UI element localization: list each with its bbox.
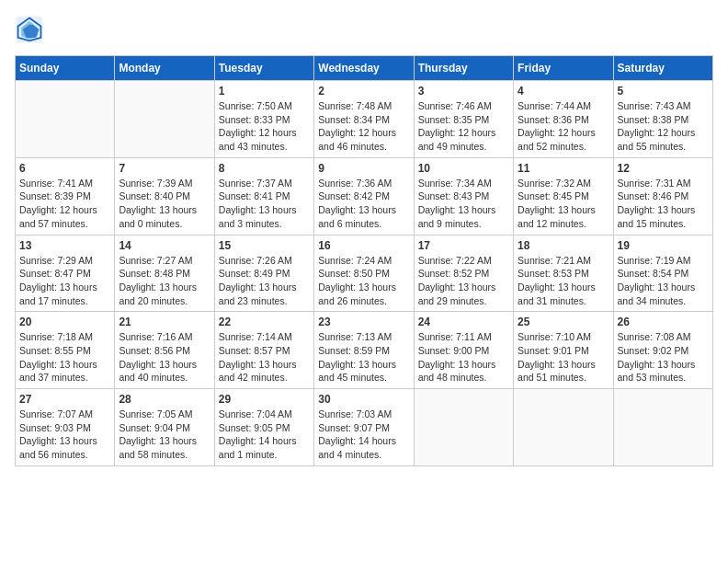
day-header-sunday: Sunday xyxy=(16,56,115,81)
day-number: 16 xyxy=(318,239,409,252)
calendar-cell: 13Sunrise: 7:29 AM Sunset: 8:47 PM Dayli… xyxy=(16,235,115,312)
calendar-cell: 23Sunrise: 7:13 AM Sunset: 8:59 PM Dayli… xyxy=(314,312,414,389)
calendar-cell: 24Sunrise: 7:11 AM Sunset: 9:00 PM Dayli… xyxy=(414,312,513,389)
calendar-week-row: 27Sunrise: 7:07 AM Sunset: 9:03 PM Dayli… xyxy=(16,389,713,466)
cell-content: Sunrise: 7:08 AM Sunset: 9:02 PM Dayligh… xyxy=(618,330,709,385)
day-header-friday: Friday xyxy=(514,56,613,81)
day-number: 23 xyxy=(318,316,409,328)
calendar-cell: 1Sunrise: 7:50 AM Sunset: 8:33 PM Daylig… xyxy=(214,81,313,158)
day-header-thursday: Thursday xyxy=(414,56,513,81)
calendar-cell: 30Sunrise: 7:03 AM Sunset: 9:07 PM Dayli… xyxy=(314,389,414,466)
day-number: 15 xyxy=(219,239,310,252)
calendar-header-row: SundayMondayTuesdayWednesdayThursdayFrid… xyxy=(16,56,713,81)
day-number: 10 xyxy=(418,162,509,175)
day-number: 26 xyxy=(618,316,709,328)
calendar-cell xyxy=(414,389,513,466)
day-number: 1 xyxy=(219,85,310,98)
day-header-wednesday: Wednesday xyxy=(314,56,414,81)
calendar-cell: 14Sunrise: 7:27 AM Sunset: 8:48 PM Dayli… xyxy=(115,235,214,312)
day-number: 9 xyxy=(318,162,409,175)
day-number: 12 xyxy=(618,162,709,175)
cell-content: Sunrise: 7:26 AM Sunset: 8:49 PM Dayligh… xyxy=(219,254,310,308)
cell-content: Sunrise: 7:39 AM Sunset: 8:40 PM Dayligh… xyxy=(119,177,210,231)
day-number: 19 xyxy=(618,239,709,252)
cell-content: Sunrise: 7:31 AM Sunset: 8:46 PM Dayligh… xyxy=(618,177,709,231)
cell-content: Sunrise: 7:03 AM Sunset: 9:07 PM Dayligh… xyxy=(318,408,409,462)
calendar-cell: 22Sunrise: 7:14 AM Sunset: 8:57 PM Dayli… xyxy=(214,312,313,389)
calendar-cell: 27Sunrise: 7:07 AM Sunset: 9:03 PM Dayli… xyxy=(16,389,115,466)
day-header-tuesday: Tuesday xyxy=(214,56,313,81)
day-number: 27 xyxy=(19,393,110,406)
cell-content: Sunrise: 7:44 AM Sunset: 8:36 PM Dayligh… xyxy=(518,99,609,154)
cell-content: Sunrise: 7:13 AM Sunset: 8:59 PM Dayligh… xyxy=(318,330,409,385)
calendar-cell: 28Sunrise: 7:05 AM Sunset: 9:04 PM Dayli… xyxy=(115,389,214,466)
calendar-cell xyxy=(514,389,613,466)
cell-content: Sunrise: 7:04 AM Sunset: 9:05 PM Dayligh… xyxy=(219,408,310,462)
calendar-cell: 19Sunrise: 7:19 AM Sunset: 8:54 PM Dayli… xyxy=(613,235,712,312)
calendar-cell: 7Sunrise: 7:39 AM Sunset: 8:40 PM Daylig… xyxy=(115,157,214,235)
day-number: 8 xyxy=(219,162,310,175)
day-number: 17 xyxy=(418,239,509,252)
calendar-week-row: 20Sunrise: 7:18 AM Sunset: 8:55 PM Dayli… xyxy=(16,312,713,389)
calendar-cell: 15Sunrise: 7:26 AM Sunset: 8:49 PM Dayli… xyxy=(214,235,313,312)
logo xyxy=(15,15,48,44)
cell-content: Sunrise: 7:34 AM Sunset: 8:43 PM Dayligh… xyxy=(418,177,509,231)
cell-content: Sunrise: 7:36 AM Sunset: 8:42 PM Dayligh… xyxy=(318,177,409,231)
calendar-table: SundayMondayTuesdayWednesdayThursdayFrid… xyxy=(15,55,713,466)
cell-content: Sunrise: 7:14 AM Sunset: 8:57 PM Dayligh… xyxy=(219,330,310,385)
calendar-cell xyxy=(16,81,115,158)
calendar-cell: 21Sunrise: 7:16 AM Sunset: 8:56 PM Dayli… xyxy=(115,312,214,389)
calendar-cell: 3Sunrise: 7:46 AM Sunset: 8:35 PM Daylig… xyxy=(414,81,513,158)
cell-content: Sunrise: 7:48 AM Sunset: 8:34 PM Dayligh… xyxy=(318,99,409,154)
calendar-cell xyxy=(115,81,214,158)
cell-content: Sunrise: 7:05 AM Sunset: 9:04 PM Dayligh… xyxy=(119,408,210,462)
cell-content: Sunrise: 7:37 AM Sunset: 8:41 PM Dayligh… xyxy=(219,177,310,231)
calendar-week-row: 6Sunrise: 7:41 AM Sunset: 8:39 PM Daylig… xyxy=(16,157,713,235)
cell-content: Sunrise: 7:16 AM Sunset: 8:56 PM Dayligh… xyxy=(119,330,210,385)
cell-content: Sunrise: 7:11 AM Sunset: 9:00 PM Dayligh… xyxy=(418,330,509,385)
calendar-cell: 12Sunrise: 7:31 AM Sunset: 8:46 PM Dayli… xyxy=(613,157,712,235)
cell-content: Sunrise: 7:19 AM Sunset: 8:54 PM Dayligh… xyxy=(618,254,709,308)
day-number: 7 xyxy=(119,162,210,175)
calendar-cell: 26Sunrise: 7:08 AM Sunset: 9:02 PM Dayli… xyxy=(613,312,712,389)
day-number: 11 xyxy=(518,162,609,175)
page-header xyxy=(15,15,713,44)
calendar-cell: 4Sunrise: 7:44 AM Sunset: 8:36 PM Daylig… xyxy=(514,81,613,158)
cell-content: Sunrise: 7:21 AM Sunset: 8:53 PM Dayligh… xyxy=(518,254,609,308)
calendar-cell: 9Sunrise: 7:36 AM Sunset: 8:42 PM Daylig… xyxy=(314,157,414,235)
calendar-cell: 18Sunrise: 7:21 AM Sunset: 8:53 PM Dayli… xyxy=(514,235,613,312)
day-header-saturday: Saturday xyxy=(613,56,712,81)
calendar-cell: 2Sunrise: 7:48 AM Sunset: 8:34 PM Daylig… xyxy=(314,81,414,158)
day-number: 22 xyxy=(219,316,310,328)
calendar-cell: 29Sunrise: 7:04 AM Sunset: 9:05 PM Dayli… xyxy=(214,389,313,466)
calendar-cell xyxy=(613,389,712,466)
cell-content: Sunrise: 7:10 AM Sunset: 9:01 PM Dayligh… xyxy=(518,330,609,385)
day-number: 29 xyxy=(219,393,310,406)
calendar-cell: 16Sunrise: 7:24 AM Sunset: 8:50 PM Dayli… xyxy=(314,235,414,312)
cell-content: Sunrise: 7:41 AM Sunset: 8:39 PM Dayligh… xyxy=(19,177,110,231)
calendar-cell: 6Sunrise: 7:41 AM Sunset: 8:39 PM Daylig… xyxy=(16,157,115,235)
day-number: 18 xyxy=(518,239,609,252)
day-number: 4 xyxy=(518,85,609,98)
cell-content: Sunrise: 7:07 AM Sunset: 9:03 PM Dayligh… xyxy=(19,408,110,462)
day-number: 13 xyxy=(19,239,110,252)
day-number: 5 xyxy=(618,85,709,98)
calendar-cell: 20Sunrise: 7:18 AM Sunset: 8:55 PM Dayli… xyxy=(16,312,115,389)
cell-content: Sunrise: 7:18 AM Sunset: 8:55 PM Dayligh… xyxy=(19,330,110,385)
calendar-cell: 17Sunrise: 7:22 AM Sunset: 8:52 PM Dayli… xyxy=(414,235,513,312)
day-number: 30 xyxy=(318,393,409,406)
cell-content: Sunrise: 7:27 AM Sunset: 8:48 PM Dayligh… xyxy=(119,254,210,308)
day-number: 28 xyxy=(119,393,210,406)
calendar-cell: 25Sunrise: 7:10 AM Sunset: 9:01 PM Dayli… xyxy=(514,312,613,389)
calendar-cell: 11Sunrise: 7:32 AM Sunset: 8:45 PM Dayli… xyxy=(514,157,613,235)
day-number: 3 xyxy=(418,85,509,98)
cell-content: Sunrise: 7:24 AM Sunset: 8:50 PM Dayligh… xyxy=(318,254,409,308)
cell-content: Sunrise: 7:50 AM Sunset: 8:33 PM Dayligh… xyxy=(219,99,310,154)
cell-content: Sunrise: 7:32 AM Sunset: 8:45 PM Dayligh… xyxy=(518,177,609,231)
day-number: 2 xyxy=(318,85,409,98)
cell-content: Sunrise: 7:22 AM Sunset: 8:52 PM Dayligh… xyxy=(418,254,509,308)
day-header-monday: Monday xyxy=(115,56,214,81)
day-number: 24 xyxy=(418,316,509,328)
calendar-cell: 8Sunrise: 7:37 AM Sunset: 8:41 PM Daylig… xyxy=(214,157,313,235)
calendar-cell: 10Sunrise: 7:34 AM Sunset: 8:43 PM Dayli… xyxy=(414,157,513,235)
